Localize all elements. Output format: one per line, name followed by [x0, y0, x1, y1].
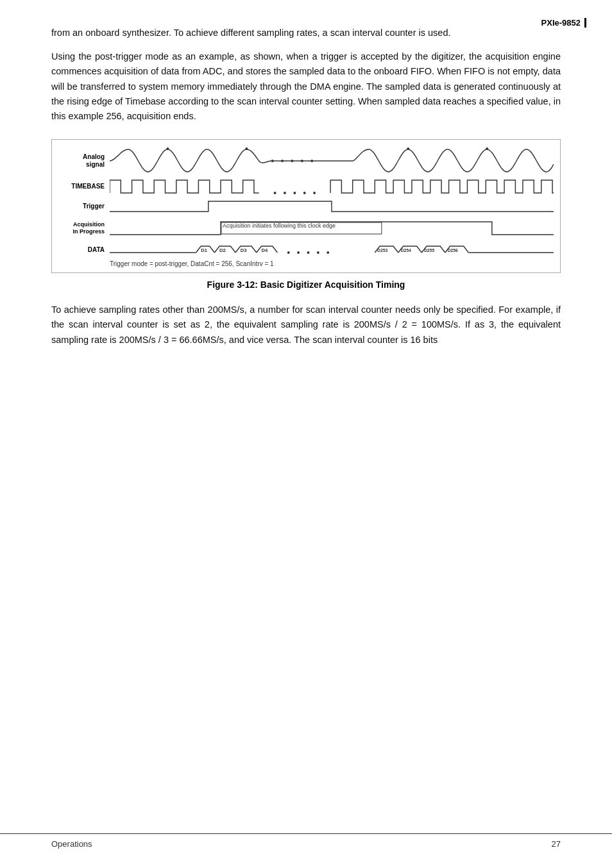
timing-diagram: Analogsignal	[51, 139, 561, 273]
trigger-wave	[110, 197, 554, 215]
data-row: DATA D1 D2 D3	[58, 241, 554, 259]
analog-signal-row: Analogsignal	[58, 146, 554, 176]
svg-point-9	[274, 192, 276, 194]
page-header: PXIe-9852	[541, 18, 586, 28]
figure-caption: Figure 3-12: Basic Digitizer Acquisition…	[51, 280, 561, 290]
analog-signal-label: Analogsignal	[58, 153, 110, 169]
svg-point-21	[297, 251, 300, 254]
svg-point-2	[291, 160, 294, 162]
svg-text:D256: D256	[448, 248, 458, 253]
svg-point-11	[293, 192, 296, 194]
timebase-label: TIMEBASE	[58, 183, 110, 190]
timebase-row: TIMEBASE	[58, 177, 554, 196]
svg-text:D4: D4	[261, 247, 268, 253]
footer-left: Operations	[51, 839, 92, 849]
footer-right: 27	[552, 839, 561, 849]
svg-point-1	[281, 160, 284, 162]
data-label: DATA	[58, 246, 110, 254]
svg-point-8	[486, 147, 488, 150]
svg-text:D2: D2	[219, 247, 226, 253]
svg-point-22	[307, 251, 310, 254]
timebase-wave	[110, 177, 554, 196]
svg-text:D3: D3	[241, 247, 247, 253]
svg-point-6	[245, 147, 248, 150]
svg-text:D255: D255	[424, 248, 434, 253]
paragraph-3: To achieve sampling rates other than 200…	[51, 303, 561, 347]
acq-wave: Acquisition initiates following this clo…	[110, 217, 554, 240]
svg-point-20	[287, 251, 290, 254]
data-wave: D1 D2 D3 D4	[110, 241, 554, 259]
paragraph-2: Using the post-trigger mode as an exampl…	[51, 49, 561, 124]
svg-point-12	[303, 192, 306, 194]
acq-annotation: Acquisition initiates following this clo…	[223, 222, 336, 229]
acq-row: AcquisitionIn Progress Acquisition initi…	[58, 217, 554, 240]
trigger-note: Trigger mode = post-trigger, DataCnt = 2…	[110, 260, 554, 267]
svg-point-4	[310, 160, 313, 162]
svg-point-10	[284, 192, 286, 194]
svg-point-7	[407, 147, 409, 150]
svg-text:D1: D1	[201, 247, 207, 253]
svg-point-24	[327, 251, 329, 254]
svg-text:D253: D253	[377, 248, 387, 253]
paragraph-1: from an onboard synthesizer. To achieve …	[51, 26, 561, 40]
svg-text:D254: D254	[401, 248, 411, 253]
svg-point-13	[313, 192, 316, 194]
svg-point-3	[301, 160, 303, 162]
svg-point-0	[271, 160, 274, 162]
trigger-label: Trigger	[58, 203, 110, 210]
trigger-row: Trigger	[58, 197, 554, 215]
acq-label: AcquisitionIn Progress	[58, 221, 110, 235]
svg-point-5	[166, 147, 169, 150]
svg-point-23	[317, 251, 319, 254]
footer: Operations 27	[0, 833, 612, 849]
analog-signal-wave	[110, 146, 554, 176]
